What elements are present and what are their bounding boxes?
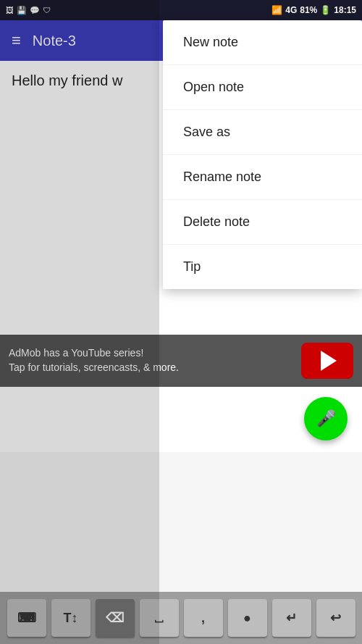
menu-item-delete-note[interactable]: Delete note [163,200,362,245]
kb-btn-enter[interactable]: ↵ [272,599,311,637]
menu-item-new-note[interactable]: New note [163,20,362,65]
kb-btn-comma[interactable]: , [184,599,223,637]
battery-level: 81% [300,5,317,15]
network-type: 4G [285,5,297,15]
dim-overlay [0,0,159,644]
mic-icon: 🎤 [316,409,336,428]
kb-btn-undo[interactable]: ↩ [316,599,355,637]
menu-item-save-as[interactable]: Save as [163,110,362,155]
dropdown-menu: New noteOpen noteSave asRename noteDelet… [163,20,362,289]
play-icon [321,351,337,371]
charging-icon: 🔋 [320,5,331,15]
kb-btn-dot[interactable]: ● [228,599,267,637]
menu-item-tip[interactable]: Tip [163,245,362,289]
signal-icon: 📶 [272,5,282,15]
youtube-play-button[interactable] [301,343,353,379]
menu-item-open-note[interactable]: Open note [163,65,362,110]
time-display: 18:15 [334,5,356,15]
menu-item-rename-note[interactable]: Rename note [163,155,362,200]
status-info: 📶 4G 81% 🔋 18:15 [272,5,356,15]
mic-fab-button[interactable]: 🎤 [304,397,348,440]
